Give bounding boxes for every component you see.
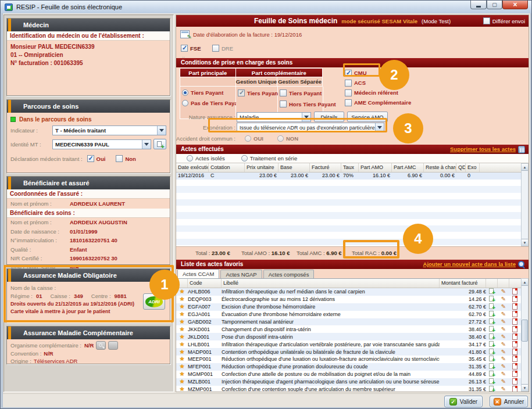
pas-tiers-payant-radio[interactable] <box>182 100 188 106</box>
search-plus-icon[interactable] <box>518 261 525 268</box>
gestion-separee-tiers-payant-checkbox[interactable] <box>280 89 287 96</box>
fav-acte-row[interactable]: ★MFEP001Réduction orthopédique d'une pro… <box>176 363 521 371</box>
add-acte-icon-cell[interactable] <box>486 303 498 310</box>
chevron-down-icon[interactable] <box>302 113 310 121</box>
tab-actes-ccam[interactable]: Actes CCAM <box>177 269 219 278</box>
acs-checkbox[interactable] <box>345 80 352 87</box>
actes-isoles-radio[interactable] <box>187 155 193 162</box>
fav-acte-row[interactable]: ★GABD002Tamponnement nasal antérieur27.7… <box>176 318 521 326</box>
edit-acte-icon-cell[interactable]: ✎ <box>498 326 509 333</box>
flag-acte-icon-cell[interactable] <box>509 341 521 348</box>
fav-acte-row[interactable]: ★MEEP001Réduction orthopédique d'une lux… <box>176 356 521 363</box>
valider-button[interactable]: ✓ Valider <box>444 396 483 407</box>
actes-scrollbar[interactable]: ▲ ▼ <box>521 163 529 246</box>
flag-acte-icon-cell[interactable] <box>509 288 521 295</box>
details-button[interactable]: Détails <box>314 112 344 122</box>
edit-acte-icon-cell[interactable]: ✎ <box>498 318 509 325</box>
minimize-button[interactable] <box>470 1 487 9</box>
flag-acte-icon-cell[interactable] <box>509 296 521 303</box>
favoris-scrollbar[interactable]: ▲ ▼ <box>521 278 529 392</box>
cmu-checkbox[interactable] <box>345 70 352 77</box>
scroll-up-icon[interactable]: ▲ <box>522 164 528 171</box>
service-amo-button[interactable]: Service AMO <box>347 112 388 122</box>
gestion-unique-tiers-payant-checkbox[interactable] <box>238 89 245 96</box>
star-icon[interactable]: ★ <box>176 341 188 348</box>
add-acte-icon-cell[interactable] <box>486 296 498 303</box>
accident-oui-radio[interactable] <box>245 135 251 142</box>
differer-envoi-checkbox[interactable] <box>483 17 490 24</box>
star-icon[interactable]: ★ <box>176 378 188 385</box>
chevron-down-icon[interactable] <box>375 123 384 132</box>
scrollbar-thumb[interactable] <box>522 320 528 342</box>
dre-checkbox[interactable] <box>212 45 219 52</box>
flag-acte-icon-cell[interactable] <box>509 326 521 333</box>
maximize-button[interactable]: ▢ <box>487 1 502 9</box>
flag-acte-icon-cell[interactable] <box>509 318 521 325</box>
add-acte-icon-cell[interactable] <box>486 326 498 333</box>
fav-acte-row[interactable]: ★EGFA007Excision d'une thrombose hémorro… <box>176 303 521 311</box>
edit-acte-icon-cell[interactable]: ✎ <box>498 386 509 392</box>
add-acte-icon-cell[interactable] <box>486 311 498 318</box>
search-organisme-button[interactable] <box>96 341 106 350</box>
calendar-pencil-icon[interactable] <box>180 30 190 38</box>
fse-checkbox[interactable] <box>181 45 188 52</box>
add-acte-icon-cell[interactable] <box>486 333 498 340</box>
add-acte-icon-cell[interactable] <box>486 386 498 392</box>
edit-acte-icon-cell[interactable]: ✎ <box>498 333 509 340</box>
edit-acte-icon-cell[interactable]: ✎ <box>498 363 509 370</box>
ame-complementaire-checkbox[interactable] <box>345 99 352 106</box>
clear-organisme-button[interactable] <box>108 341 118 350</box>
declaration-oui-checkbox[interactable] <box>87 155 94 162</box>
exoneration-select[interactable]: Issue du téléservice ADR ou pas d'exonér… <box>237 123 384 132</box>
indicateur-select[interactable]: T - Médecin traitant <box>52 125 166 135</box>
flag-acte-icon-cell[interactable] <box>509 349 521 356</box>
star-icon[interactable]: ★ <box>176 386 188 392</box>
flag-acte-icon-cell[interactable] <box>509 371 521 378</box>
scroll-down-icon[interactable]: ▼ <box>522 384 528 391</box>
fav-acte-row[interactable]: ★MADP001Contention orthopédique unilatér… <box>176 348 521 356</box>
fav-acte-row[interactable]: ★MZLB001Injection thérapeutique d'agent … <box>176 378 521 386</box>
add-acte-icon-cell[interactable] <box>486 371 498 378</box>
fav-acte-row[interactable]: ★MGMP001Confection d'une attelle de post… <box>176 371 521 378</box>
fav-acte-row[interactable]: ★JKKD001Changement d'un dispositif intra… <box>176 325 521 333</box>
flag-acte-icon-cell[interactable] <box>509 363 521 370</box>
add-acte-icon-cell[interactable] <box>486 318 498 325</box>
edit-acte-icon-cell[interactable]: ✎ <box>498 341 509 348</box>
accident-non-radio[interactable] <box>277 135 284 142</box>
add-acte-icon-cell[interactable] <box>486 288 498 295</box>
edit-acte-icon-cell[interactable]: ✎ <box>498 288 509 295</box>
identite-mt-select[interactable]: MEDECIN6339 PAUL <box>52 139 151 149</box>
edit-acte-icon-cell[interactable]: ✎ <box>498 371 509 378</box>
fav-acte-row[interactable]: ★DEQP003Électrocardiographie sur au moin… <box>176 296 521 303</box>
flag-acte-icon-cell[interactable] <box>509 378 521 385</box>
close-button[interactable]: × <box>502 1 528 9</box>
star-icon[interactable]: ★ <box>176 318 188 325</box>
title-bar[interactable]: RESIP - Feuille de soins électronique ▢ … <box>1 1 531 13</box>
fav-acte-row[interactable]: ★MZMP001Confection d'une contention soup… <box>176 386 521 392</box>
star-icon[interactable]: ★ <box>176 349 188 356</box>
trash-icon[interactable] <box>518 146 525 153</box>
star-icon[interactable]: ★ <box>176 363 188 370</box>
add-acte-icon-cell[interactable] <box>486 349 498 356</box>
nature-assurance-select[interactable]: Maladie <box>237 112 311 122</box>
traitement-serie-radio[interactable] <box>241 155 248 162</box>
star-icon[interactable]: ★ <box>176 303 188 310</box>
star-icon[interactable]: ★ <box>176 296 188 303</box>
flag-acte-icon-cell[interactable] <box>509 333 521 340</box>
flag-acte-icon-cell[interactable] <box>509 356 521 363</box>
star-icon[interactable]: ★ <box>176 333 188 340</box>
add-acte-icon-cell[interactable] <box>486 356 498 363</box>
edit-acte-icon-cell[interactable]: ✎ <box>498 296 509 303</box>
add-acte-icon-cell[interactable] <box>486 363 498 370</box>
add-acte-icon-cell[interactable] <box>486 341 498 348</box>
star-icon[interactable]: ★ <box>176 371 188 378</box>
hors-tiers-payant-checkbox[interactable] <box>280 101 287 107</box>
fav-acte-row[interactable]: ★LHLB001Infiltration thérapeutique d'art… <box>176 340 521 348</box>
add-acte-icon-cell[interactable] <box>486 378 498 385</box>
tiers-payant-radio[interactable] <box>182 89 188 96</box>
medecin-referent-checkbox[interactable] <box>345 89 352 96</box>
edit-acte-icon-cell[interactable]: ✎ <box>498 356 509 363</box>
flag-acte-icon-cell[interactable] <box>509 311 521 318</box>
supprimer-actes-link[interactable]: Supprimer tous les actes <box>450 145 516 154</box>
acte-row[interactable]: 19/12/2016C23.00 €23.00 €23.00 €70%16.10… <box>176 173 521 180</box>
